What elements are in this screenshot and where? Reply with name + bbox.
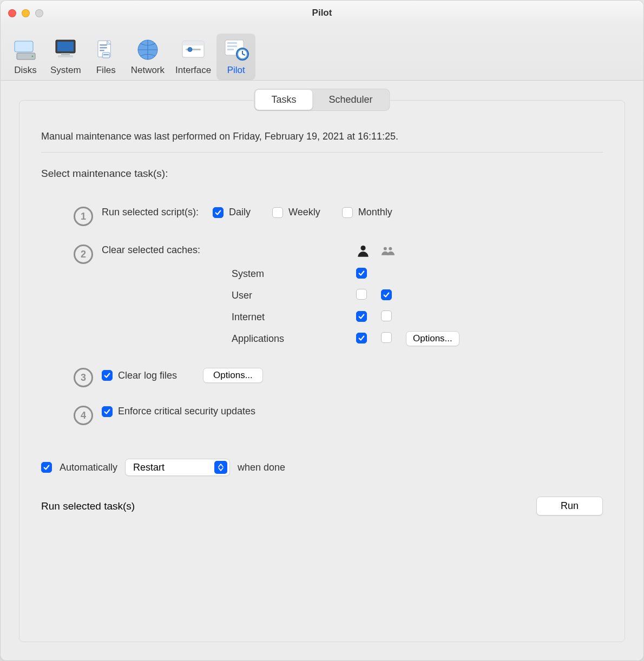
tab-network[interactable]: Network [126, 34, 170, 80]
svg-rect-11 [100, 50, 104, 51]
step-number-1: 1 [74, 207, 93, 226]
select-arrows-icon [214, 461, 227, 474]
cache-row-label: System [232, 268, 356, 280]
auto-restart-row: Automatically Restart when done [41, 459, 603, 476]
task-run-scripts: 1 Run selected script(s): Daily Week [41, 207, 603, 226]
clear-log-files-label: Clear log files [118, 370, 177, 381]
task-clear-logs: 3 Clear log files Options... [41, 368, 603, 387]
checkbox-system-user[interactable] [356, 268, 367, 279]
person-icon [356, 244, 381, 261]
checkbox-security-updates[interactable] [102, 406, 113, 417]
svg-rect-16 [182, 41, 204, 45]
segment-tasks[interactable]: Tasks [255, 90, 312, 110]
run-scripts-label: Run selected script(s): [102, 207, 199, 218]
checkbox-automatically[interactable] [41, 462, 52, 473]
when-done-select[interactable]: Restart [125, 459, 230, 476]
svg-rect-4 [57, 42, 74, 51]
svg-rect-0 [15, 41, 33, 52]
checkbox-applications-group[interactable] [381, 332, 392, 343]
cache-row-label: Applications [232, 333, 356, 345]
segment-scheduler[interactable]: Scheduler [312, 90, 389, 110]
svg-point-28 [384, 247, 387, 250]
checkbox-daily[interactable] [213, 207, 224, 218]
checkbox-internet-user[interactable] [356, 311, 367, 322]
svg-point-18 [188, 48, 192, 52]
system-icon [52, 37, 78, 63]
window-title: Pilot [1, 8, 643, 18]
label-monthly: Monthly [358, 207, 392, 218]
tab-disks[interactable]: Disks [6, 34, 45, 80]
tab-interface[interactable]: Interface [170, 34, 216, 80]
svg-rect-10 [100, 47, 107, 49]
cache-grid: System User [232, 241, 482, 349]
cache-row-user: User [232, 285, 482, 306]
label-weekly: Weekly [288, 207, 320, 218]
disks-icon [12, 37, 38, 63]
security-updates-label: Enforce critical security updates [118, 406, 255, 417]
interface-icon [180, 37, 206, 63]
checkbox-user-user[interactable] [356, 289, 367, 300]
automatically-label: Automatically [60, 462, 117, 473]
svg-rect-21 [227, 45, 237, 47]
cache-row-applications: Applications Options... [232, 328, 482, 349]
svg-rect-6 [58, 55, 73, 57]
run-tasks-label: Run selected task(s) [41, 500, 135, 512]
checkbox-weekly[interactable] [272, 207, 283, 218]
files-icon [93, 37, 119, 63]
svg-point-29 [389, 247, 392, 250]
svg-rect-5 [61, 53, 70, 55]
last-run-status: Manual maintenance was last performed on… [41, 131, 603, 142]
cache-row-internet: Internet [232, 306, 482, 328]
cache-row-system: System [232, 263, 482, 285]
checkbox-clear-log-files[interactable] [102, 370, 113, 381]
svg-rect-13 [103, 54, 109, 55]
svg-rect-20 [227, 42, 237, 44]
pilot-icon [223, 37, 249, 63]
toolbar: Disks System [1, 25, 643, 81]
clear-logs-options-button[interactable]: Options... [203, 368, 263, 383]
group-icon [381, 244, 406, 261]
clear-caches-label: Clear selected caches: [102, 244, 226, 256]
divider [41, 152, 603, 153]
titlebar: Pilot [1, 1, 643, 25]
checkbox-internet-group[interactable] [381, 310, 392, 321]
segmented-control: Tasks Scheduler [254, 89, 390, 111]
step-number-3: 3 [74, 368, 93, 387]
when-done-label: when done [238, 462, 285, 473]
pilot-panel: Tasks Scheduler Manual maintenance was l… [19, 100, 625, 642]
tab-files[interactable]: Files [87, 34, 126, 80]
label-daily: Daily [229, 207, 251, 218]
run-button[interactable]: Run [536, 497, 603, 515]
checkbox-applications-user[interactable] [356, 333, 367, 343]
network-icon [135, 37, 161, 63]
select-value: Restart [133, 462, 214, 473]
svg-rect-22 [227, 49, 234, 50]
step-number-4: 4 [74, 406, 93, 425]
step-number-2: 2 [74, 244, 93, 264]
checkbox-user-group[interactable] [381, 289, 392, 300]
section-title: Select maintenance task(s): [41, 168, 603, 180]
app-window: Pilot Disks [0, 0, 644, 661]
cache-row-label: User [232, 290, 356, 301]
svg-point-27 [360, 246, 365, 250]
footer-row: Run selected task(s) Run [41, 497, 603, 515]
svg-rect-9 [100, 44, 107, 46]
svg-point-2 [31, 55, 33, 57]
checkbox-monthly[interactable] [342, 207, 353, 218]
task-security-updates: 4 Enforce critical security updates [41, 406, 603, 425]
tab-system[interactable]: System [45, 34, 87, 80]
content-area: Tasks Scheduler Manual maintenance was l… [1, 81, 643, 660]
tab-pilot[interactable]: Pilot [216, 34, 255, 80]
cache-row-label: Internet [232, 312, 356, 323]
applications-options-button[interactable]: Options... [406, 331, 459, 346]
task-clear-caches: 2 Clear selected caches: [41, 244, 603, 349]
